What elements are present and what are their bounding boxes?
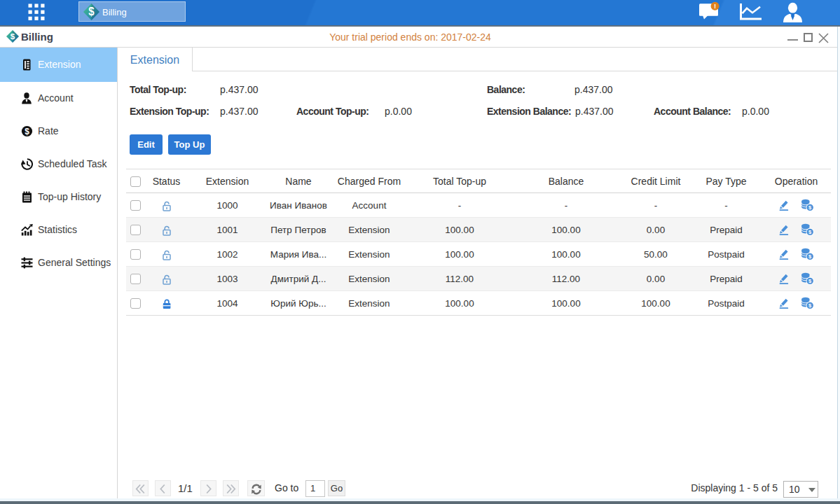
svg-text:$: $ — [11, 31, 15, 41]
svg-text:$: $ — [25, 127, 29, 136]
svg-text:$: $ — [88, 6, 95, 18]
svg-text:!: ! — [714, 2, 716, 10]
